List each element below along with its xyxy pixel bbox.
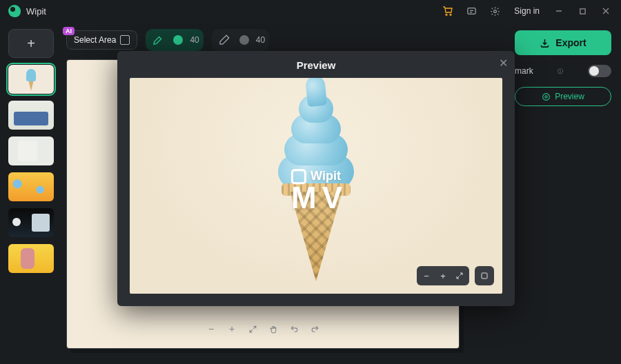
eraser-size-dot[interactable] [239, 35, 249, 45]
eraser-size-value: 40 [256, 35, 265, 45]
brush-tool-group: 40 [146, 29, 203, 51]
thumbnail-tshirt[interactable] [8, 136, 54, 165]
app-logo-icon [8, 5, 21, 17]
svg-rect-10 [482, 273, 487, 279]
add-image-button[interactable]: + [8, 29, 54, 58]
canvas-bottom-toolbar: − + [201, 318, 325, 339]
chat-icon[interactable] [462, 3, 481, 19]
watermark-toggle[interactable] [588, 65, 611, 77]
thumbnail-ice-cream[interactable]: M V [8, 65, 54, 94]
signin-link[interactable]: Sign in [509, 6, 545, 16]
brush-icon[interactable] [150, 32, 166, 48]
thumbnail-girl-yellow[interactable] [8, 244, 54, 273]
modal-zoom-in-icon[interactable]: + [436, 269, 450, 283]
watermark-label: mark [515, 66, 533, 76]
preview-eye-icon [542, 92, 551, 101]
modal-title: Preview [117, 51, 515, 78]
preview-button[interactable]: Preview [515, 87, 611, 106]
watermark-row: markⓘ [515, 65, 611, 77]
sidebar: + M V [0, 22, 62, 364]
watermark-big-text: M V [291, 184, 341, 212]
cart-icon[interactable] [438, 3, 457, 19]
thumbnail-flowers[interactable] [8, 172, 54, 201]
svg-point-1 [450, 14, 451, 15]
right-panel: Export markⓘ Preview [505, 22, 621, 364]
modal-preview-image: Wipit M V − + [130, 78, 502, 294]
close-icon[interactable] [596, 3, 615, 19]
modal-controls: − + [417, 266, 494, 285]
maximize-icon[interactable] [573, 3, 592, 19]
ai-badge: AI [63, 27, 75, 35]
app-title: Wipit [26, 6, 46, 17]
eraser-tool-group: 40 [212, 29, 269, 51]
eraser-icon[interactable] [216, 32, 233, 48]
modal-close-icon[interactable]: ✕ [499, 57, 508, 70]
zoom-in-icon[interactable]: + [224, 321, 239, 336]
crop-icon [120, 35, 130, 45]
preview-label: Preview [555, 92, 584, 101]
brush-size-dot[interactable] [173, 35, 183, 45]
svg-point-3 [493, 10, 496, 12]
preview-modal: ✕ Preview Wipit M V − + [117, 51, 515, 306]
titlebar: Wipit Sign in [0, 0, 621, 22]
brush-size-value: 40 [190, 35, 199, 45]
svg-point-9 [545, 95, 547, 97]
modal-zoom-out-icon[interactable]: − [420, 269, 433, 283]
export-label: Export [555, 37, 586, 48]
undo-icon[interactable] [286, 321, 302, 336]
titlebar-left: Wipit [8, 5, 46, 17]
svg-point-8 [543, 93, 550, 100]
hand-icon[interactable] [266, 321, 281, 336]
svg-rect-5 [580, 8, 584, 13]
select-area-button[interactable]: AI Select Area [66, 30, 137, 50]
export-button[interactable]: Export [515, 30, 611, 55]
zoom-out-icon[interactable]: − [204, 321, 219, 336]
gear-icon[interactable] [485, 3, 504, 19]
watermark-overlay: Wipit M V [291, 169, 341, 212]
thumbnail-astronaut[interactable] [8, 208, 54, 237]
modal-fit-icon[interactable] [477, 269, 491, 283]
thumbnail-living-room[interactable] [8, 101, 54, 130]
minimize-icon[interactable] [549, 3, 569, 19]
expand-icon[interactable] [245, 321, 260, 336]
titlebar-right: Sign in [438, 3, 615, 19]
redo-icon[interactable] [307, 321, 322, 336]
svg-point-0 [446, 14, 447, 15]
export-icon [540, 38, 550, 48]
select-area-label: Select Area [74, 35, 116, 45]
modal-expand-icon[interactable] [453, 269, 466, 283]
